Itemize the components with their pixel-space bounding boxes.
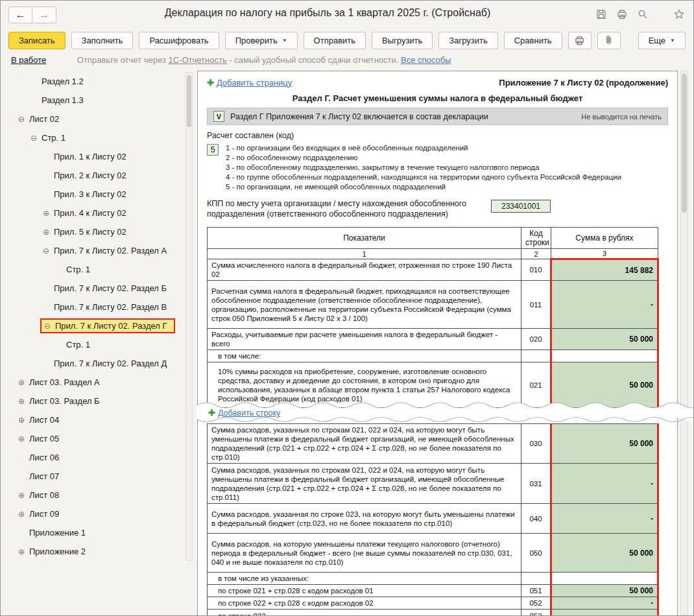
back-button[interactable]: ← [8,6,32,23]
calc-code-field[interactable]: 5 [207,144,219,156]
form-scrollbar[interactable] [680,71,688,615]
sidebar-item[interactable]: ⊖Стр. 1 [10,128,182,147]
amount-field-011[interactable]: - [551,281,658,329]
row-text: в том числе: [208,350,521,362]
amount-field-053[interactable] [551,610,658,616]
sidebar-item-selected[interactable]: ⊖Прил. 7 к Листу 02. Раздел Г [10,316,182,335]
sidebar-item[interactable]: Прил. 7 к Листу 02. Раздел В [10,298,182,316]
sidebar-item[interactable]: ⊕Приложение 2 [10,542,182,561]
row-code: 011 [521,281,551,329]
tree-expander-icon[interactable]: ⊕ [16,378,27,387]
sidebar-item[interactable]: ⊕Прил. 5 к Листу 02 [10,222,182,241]
sidebar-item[interactable]: ⊕Прил. 4 к Листу 02 [10,204,182,222]
tree-expander-icon[interactable]: ⊖ [28,134,40,143]
table-subheader-row: в том числе: [208,350,658,362]
sidebar-item-label: Прил. 5 к Листу 02 [52,227,126,237]
sidebar-item[interactable]: Прил. 3 к Листу 02 [10,185,182,204]
preview-search-icon[interactable] [636,8,649,21]
tree-expander-icon[interactable]: ⊖ [40,246,52,255]
sidebar-scrollbar[interactable] [185,72,193,561]
sidebar-item-label: Прил. 4 к Листу 02 [52,208,126,218]
not-printed-note: Не выводится на печать [581,113,662,121]
tree-expander-icon[interactable]: ⊕ [16,510,27,519]
amount-field-052[interactable]: - [551,597,658,610]
sidebar-item[interactable]: Прил. 2 к Листу 02 [10,166,182,185]
save-icon[interactable] [595,8,608,21]
all-ways-link[interactable]: Все способы [401,55,451,65]
tree-expander-icon[interactable]: ⊕ [16,416,27,425]
include-section-bar: V Раздел Г Приложения 7 к Листу 02 включ… [207,108,668,125]
fill-button[interactable]: Заполнить [71,32,134,49]
sidebar-item[interactable]: Приложение 1 [10,523,182,542]
amount-field-020[interactable]: 50 000 [551,329,658,350]
amount-field-030[interactable]: 50 000 [551,424,658,464]
sidebar-item[interactable]: ⊕Лист 03. Раздел Б [10,392,182,410]
sidebar-item[interactable]: Прил. 7 к Листу 02. Раздел Д [10,354,182,373]
sidebar-item[interactable]: ⊕Лист 04 [10,410,182,429]
legend-line: 5 - по организации, не имеющей обособлен… [226,182,621,192]
kpp-field[interactable]: 233401001 [491,200,551,213]
write-button[interactable]: Записать [8,32,66,49]
attachment-button[interactable] [597,32,621,49]
amount-field-040[interactable]: - [551,504,658,534]
tree-expander-icon[interactable]: ⊕ [40,209,52,218]
amount-field-050[interactable]: 50 000 [551,534,658,573]
print-button[interactable] [568,32,592,49]
sidebar-item[interactable]: ⊕Лист 03. Раздел А [10,373,182,392]
sidebar-item[interactable]: Стр. 1 [10,260,182,279]
sidebar-item[interactable]: Раздел 1.2 [10,72,182,91]
1c-reporting-link[interactable]: 1С-Отчетность [168,55,226,65]
sidebar-item[interactable]: ⊕Лист 09 [10,504,182,523]
sidebar-item-label: Раздел 1.3 [40,95,84,105]
decrypt-button[interactable]: Расшифровать [139,32,219,49]
sidebar-item-label: Лист 03. Раздел Б [27,396,100,406]
sidebar-item[interactable]: ⊖Лист 02 [10,110,182,128]
unload-button[interactable]: Выгрузить [372,32,433,49]
nav-buttons: ← → [8,6,56,23]
state-link[interactable]: В работе [11,55,46,65]
amount-field-031[interactable]: - [551,464,658,504]
compare-button[interactable]: Сравнить [504,32,562,49]
sidebar-item[interactable]: Лист 06 [10,448,182,467]
tree-expander-icon[interactable]: ⊖ [42,322,53,331]
sidebar-item[interactable]: Прил. 1 к Листу 02 [10,147,182,166]
tree-expander-icon[interactable]: ⊕ [16,547,27,556]
appendix-caption: Приложение 7 к Листу 02 (продолжение) [499,78,668,88]
star-icon[interactable] [673,8,686,21]
row-code: 052 [521,597,551,610]
sidebar-item-label: Лист 05 [27,434,59,444]
sidebar-item[interactable]: ⊕Лист 08 [10,486,182,504]
send-button[interactable]: Отправить [304,32,366,49]
row-code [521,350,551,362]
table-row: Расчетная сумма налога в федеральный бюд… [208,281,658,329]
tree-expander-icon[interactable]: ⊕ [40,228,52,237]
add-row-label: Добавить строку [218,409,280,418]
plus-icon: ✚ [207,78,214,88]
tree-expander-icon[interactable]: ⊕ [16,397,27,406]
check-button[interactable]: Проверить▼ [225,32,298,49]
sidebar-item[interactable]: Лист 07 [10,467,182,486]
legend-line: 2 - по обособленному подразделению [226,153,621,163]
tree-expander-icon[interactable]: ⊕ [16,491,27,500]
include-checkbox[interactable]: V [213,111,224,122]
add-row-link[interactable]: ✚Добавить строку [208,408,280,418]
sidebar-item-label: Прил. 7 к Листу 02. Раздел А [52,246,167,255]
row-code: 050 [521,534,551,573]
chevron-down-icon: ▼ [670,38,675,43]
tree-expander-icon[interactable]: ⊕ [16,434,27,444]
add-page-link[interactable]: ✚Добавить страницу [207,78,292,88]
amount-field-010[interactable]: 145 882 [551,259,658,281]
amount-field-051[interactable]: 50 000 [551,585,658,597]
sidebar-item[interactable]: ⊕Лист 05 [10,429,182,448]
sidebar-item[interactable]: ⊖Прил. 7 к Листу 02. Раздел А [10,241,182,260]
sidebar-item[interactable]: Прил. 7 к Листу 02. Раздел Б [10,279,182,298]
sidebar-item[interactable]: Стр. 1 [10,335,182,354]
print-icon[interactable] [616,8,628,21]
sidebar-item[interactable]: Раздел 1.3 [10,91,182,110]
forward-button[interactable]: → [32,6,56,23]
table-row: Расходы, учитываемые при расчете уменьше… [208,329,658,350]
more-button[interactable]: Еще▼ [638,32,686,49]
tree-expander-icon[interactable]: ⊖ [16,115,27,124]
toolbar: Записать Заполнить Расшифровать Проверит… [1,29,693,51]
load-button[interactable]: Загрузить [438,32,497,49]
